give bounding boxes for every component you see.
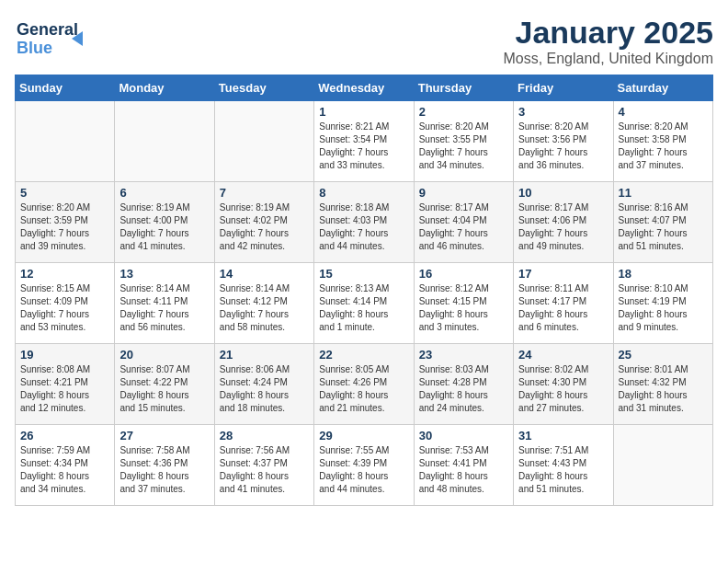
day-info: Sunrise: 8:01 AM Sunset: 4:32 PM Dayligh… — [619, 363, 708, 415]
logo-text-block: GeneralBlue — [15, 15, 88, 61]
calendar-cell-1-4: 9Sunrise: 8:17 AM Sunset: 4:04 PM Daylig… — [414, 182, 513, 263]
day-info: Sunrise: 8:08 AM Sunset: 4:21 PM Dayligh… — [20, 363, 109, 415]
calendar-cell-3-2: 21Sunrise: 8:06 AM Sunset: 4:24 PM Dayli… — [214, 344, 313, 425]
calendar-cell-2-1: 13Sunrise: 8:14 AM Sunset: 4:11 PM Dayli… — [115, 263, 214, 344]
week-row-1: 1Sunrise: 8:21 AM Sunset: 3:54 PM Daylig… — [16, 101, 713, 182]
day-number: 21 — [220, 348, 309, 362]
day-number: 25 — [619, 348, 708, 362]
day-info: Sunrise: 8:20 AM Sunset: 3:58 PM Dayligh… — [619, 121, 708, 172]
day-info: Sunrise: 8:14 AM Sunset: 4:11 PM Dayligh… — [119, 282, 209, 334]
calendar-subtitle: Moss, England, United Kingdom — [503, 51, 713, 67]
day-number: 10 — [518, 186, 608, 200]
calendar-cell-0-4: 2Sunrise: 8:20 AM Sunset: 3:55 PM Daylig… — [414, 101, 513, 182]
weekday-sunday: Sunday — [16, 75, 115, 101]
header: GeneralBlue January 2025 Moss, England, … — [15, 15, 713, 67]
calendar-table: SundayMondayTuesdayWednesdayThursdayFrid… — [15, 75, 713, 506]
day-info: Sunrise: 8:11 AM Sunset: 4:17 PM Dayligh… — [518, 282, 608, 334]
calendar-cell-1-0: 5Sunrise: 8:20 AM Sunset: 3:59 PM Daylig… — [16, 182, 115, 263]
day-number: 7 — [220, 186, 309, 200]
day-info: Sunrise: 8:20 AM Sunset: 3:55 PM Dayligh… — [419, 121, 508, 172]
day-number: 5 — [20, 186, 109, 200]
day-info: Sunrise: 7:53 AM Sunset: 4:41 PM Dayligh… — [419, 444, 508, 496]
day-number: 28 — [220, 429, 309, 442]
day-info: Sunrise: 8:16 AM Sunset: 4:07 PM Dayligh… — [619, 201, 708, 253]
day-info: Sunrise: 8:07 AM Sunset: 4:22 PM Dayligh… — [119, 363, 209, 415]
day-info: Sunrise: 8:17 AM Sunset: 4:06 PM Dayligh… — [518, 201, 608, 253]
day-number: 30 — [419, 429, 508, 442]
day-info: Sunrise: 8:10 AM Sunset: 4:19 PM Dayligh… — [619, 282, 708, 334]
day-info: Sunrise: 8:06 AM Sunset: 4:24 PM Dayligh… — [220, 363, 309, 415]
calendar-cell-0-3: 1Sunrise: 8:21 AM Sunset: 3:54 PM Daylig… — [314, 101, 414, 182]
day-info: Sunrise: 8:03 AM Sunset: 4:28 PM Dayligh… — [419, 363, 508, 415]
day-info: Sunrise: 8:21 AM Sunset: 3:54 PM Dayligh… — [319, 121, 408, 172]
day-info: Sunrise: 8:15 AM Sunset: 4:09 PM Dayligh… — [20, 282, 109, 334]
weekday-thursday: Thursday — [414, 75, 513, 101]
calendar-cell-2-3: 15Sunrise: 8:13 AM Sunset: 4:14 PM Dayli… — [314, 263, 414, 344]
calendar-cell-4-1: 27Sunrise: 7:58 AM Sunset: 4:36 PM Dayli… — [115, 425, 214, 506]
calendar-cell-4-3: 29Sunrise: 7:55 AM Sunset: 4:39 PM Dayli… — [314, 425, 414, 506]
day-number: 26 — [20, 429, 109, 442]
day-number: 18 — [619, 267, 708, 281]
svg-text:General: General — [17, 20, 78, 39]
day-number: 24 — [518, 348, 608, 362]
day-info: Sunrise: 8:19 AM Sunset: 4:02 PM Dayligh… — [220, 201, 309, 253]
calendar-cell-3-0: 19Sunrise: 8:08 AM Sunset: 4:21 PM Dayli… — [16, 344, 115, 425]
weekday-tuesday: Tuesday — [214, 75, 313, 101]
day-info: Sunrise: 7:59 AM Sunset: 4:34 PM Dayligh… — [20, 444, 109, 496]
day-info: Sunrise: 8:17 AM Sunset: 4:04 PM Dayligh… — [419, 201, 508, 253]
calendar-cell-1-6: 11Sunrise: 8:16 AM Sunset: 4:07 PM Dayli… — [613, 182, 712, 263]
calendar-cell-3-6: 25Sunrise: 8:01 AM Sunset: 4:32 PM Dayli… — [613, 344, 712, 425]
day-info: Sunrise: 8:05 AM Sunset: 4:26 PM Dayligh… — [319, 363, 408, 415]
week-row-4: 19Sunrise: 8:08 AM Sunset: 4:21 PM Dayli… — [16, 344, 713, 425]
calendar-cell-4-4: 30Sunrise: 7:53 AM Sunset: 4:41 PM Dayli… — [414, 425, 513, 506]
day-number: 1 — [319, 105, 408, 119]
day-info: Sunrise: 8:12 AM Sunset: 4:15 PM Dayligh… — [419, 282, 508, 334]
day-number: 15 — [319, 267, 408, 281]
calendar-cell-0-6: 4Sunrise: 8:20 AM Sunset: 3:58 PM Daylig… — [613, 101, 712, 182]
day-number: 27 — [119, 429, 209, 442]
calendar-cell-1-5: 10Sunrise: 8:17 AM Sunset: 4:06 PM Dayli… — [514, 182, 613, 263]
day-info: Sunrise: 8:18 AM Sunset: 4:03 PM Dayligh… — [319, 201, 408, 253]
calendar-title: January 2025 — [503, 15, 713, 51]
day-number: 17 — [518, 267, 608, 281]
day-number: 14 — [220, 267, 309, 281]
day-info: Sunrise: 8:14 AM Sunset: 4:12 PM Dayligh… — [220, 282, 309, 334]
calendar-cell-0-2 — [214, 101, 313, 182]
calendar-cell-2-0: 12Sunrise: 8:15 AM Sunset: 4:09 PM Dayli… — [16, 263, 115, 344]
day-number: 20 — [119, 348, 209, 362]
day-number: 22 — [319, 348, 408, 362]
title-section: January 2025 Moss, England, United Kingd… — [503, 15, 713, 67]
calendar-cell-2-4: 16Sunrise: 8:12 AM Sunset: 4:15 PM Dayli… — [414, 263, 513, 344]
day-info: Sunrise: 8:19 AM Sunset: 4:00 PM Dayligh… — [119, 201, 209, 253]
calendar-cell-4-0: 26Sunrise: 7:59 AM Sunset: 4:34 PM Dayli… — [16, 425, 115, 506]
calendar-cell-1-2: 7Sunrise: 8:19 AM Sunset: 4:02 PM Daylig… — [214, 182, 313, 263]
day-number: 31 — [518, 429, 608, 442]
calendar-cell-4-6 — [613, 425, 712, 506]
day-number: 23 — [419, 348, 508, 362]
calendar-cell-3-3: 22Sunrise: 8:05 AM Sunset: 4:26 PM Dayli… — [314, 344, 414, 425]
week-row-2: 5Sunrise: 8:20 AM Sunset: 3:59 PM Daylig… — [16, 182, 713, 263]
calendar-cell-0-1 — [115, 101, 214, 182]
weekday-header-row: SundayMondayTuesdayWednesdayThursdayFrid… — [16, 75, 713, 101]
day-number: 2 — [419, 105, 508, 119]
day-info: Sunrise: 7:58 AM Sunset: 4:36 PM Dayligh… — [119, 444, 209, 496]
weekday-saturday: Saturday — [613, 75, 712, 101]
day-info: Sunrise: 8:20 AM Sunset: 3:56 PM Dayligh… — [518, 121, 608, 172]
day-info: Sunrise: 7:56 AM Sunset: 4:37 PM Dayligh… — [220, 444, 309, 496]
day-number: 9 — [419, 186, 508, 200]
day-number: 11 — [619, 186, 708, 200]
calendar-cell-0-0 — [16, 101, 115, 182]
calendar-cell-3-4: 23Sunrise: 8:03 AM Sunset: 4:28 PM Dayli… — [414, 344, 513, 425]
weekday-monday: Monday — [115, 75, 214, 101]
day-number: 6 — [119, 186, 209, 200]
day-info: Sunrise: 8:02 AM Sunset: 4:30 PM Dayligh… — [518, 363, 608, 415]
week-row-3: 12Sunrise: 8:15 AM Sunset: 4:09 PM Dayli… — [16, 263, 713, 344]
calendar-cell-4-2: 28Sunrise: 7:56 AM Sunset: 4:37 PM Dayli… — [214, 425, 313, 506]
day-info: Sunrise: 8:20 AM Sunset: 3:59 PM Dayligh… — [20, 201, 109, 253]
svg-text:Blue: Blue — [17, 39, 52, 57]
calendar-cell-2-6: 18Sunrise: 8:10 AM Sunset: 4:19 PM Dayli… — [613, 263, 712, 344]
calendar-cell-3-5: 24Sunrise: 8:02 AM Sunset: 4:30 PM Dayli… — [514, 344, 613, 425]
calendar-cell-0-5: 3Sunrise: 8:20 AM Sunset: 3:56 PM Daylig… — [514, 101, 613, 182]
calendar-cell-2-5: 17Sunrise: 8:11 AM Sunset: 4:17 PM Dayli… — [514, 263, 613, 344]
calendar-cell-3-1: 20Sunrise: 8:07 AM Sunset: 4:22 PM Dayli… — [115, 344, 214, 425]
